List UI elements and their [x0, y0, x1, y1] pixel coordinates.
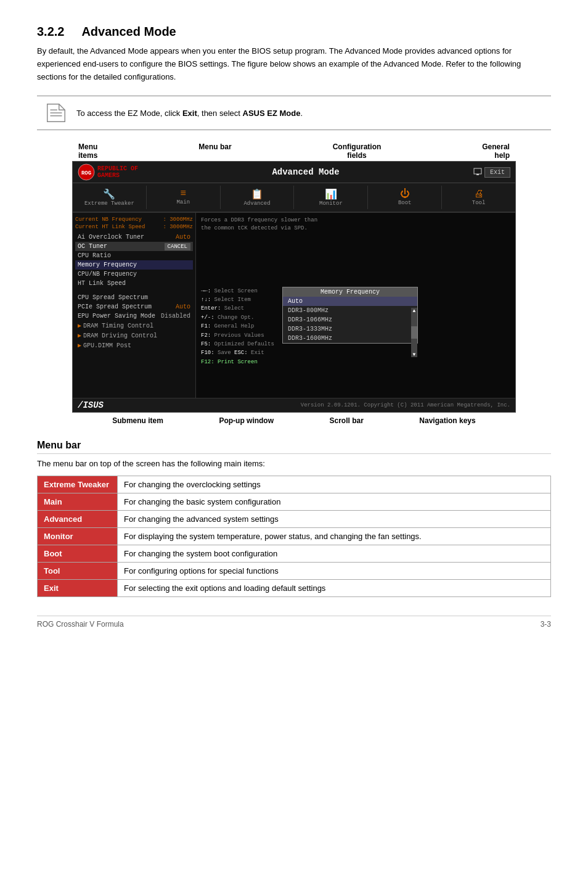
monitor-icon — [473, 168, 482, 176]
section-number: 3.2.2 — [37, 25, 64, 38]
popup-option-1066[interactable]: DDR3-1066MHz — [283, 315, 417, 324]
note-text: To access the EZ Mode, click Exit, then … — [76, 109, 303, 118]
nav-advanced[interactable]: 📋 Advanced — [221, 186, 295, 209]
table-cell-name: Extreme Tweaker — [38, 476, 118, 493]
menu-memory-freq[interactable]: Memory Frequency — [75, 260, 193, 270]
scroll-up-icon: ▲ — [411, 308, 417, 313]
menu-dram-timing[interactable]: ▶DRAM Timing Control — [75, 321, 193, 331]
popup-option-1600[interactable]: DDR3-1600MHz — [283, 334, 417, 343]
menu-bar-desc: The menu bar on top of the screen has th… — [37, 459, 551, 468]
label-submenu-item: Submenu item — [112, 416, 163, 425]
menu-cpu-spread[interactable]: CPU Spread Spectrum — [75, 293, 193, 302]
bios-version: Version 2.09.1201. Copyright (C) 2011 Am… — [301, 402, 510, 408]
monitor-nav-icon: 📊 — [295, 188, 366, 200]
nav-extreme-tweaker[interactable]: 🔧 Extreme Tweaker — [73, 186, 147, 209]
bios-main-area: Current NB Frequency : 3000MHz Current H… — [73, 213, 515, 398]
bios-bottombar: /ISUS Version 2.09.1201. Copyright (C) 2… — [73, 398, 515, 412]
bios-help-text: Forces a DDR3 frequency slower thanthe c… — [201, 217, 510, 232]
bios-screenshot: ROG REPUBLIC OFGAMERS Advanced Mode Exit… — [72, 161, 516, 413]
svg-text:ROG: ROG — [81, 170, 91, 176]
nav-tool[interactable]: 🖨 Tool — [442, 186, 515, 209]
navkey-f12: F12: Print Screen — [201, 358, 510, 366]
nav-monitor[interactable]: 📊 Monitor — [294, 186, 368, 209]
footer-left: ROG Crosshair V Formula — [37, 620, 124, 629]
bios-exit-area: Exit — [473, 167, 510, 178]
boot-icon: ⏻ — [369, 188, 440, 200]
note-box: To access the EZ Mode, click Exit, then … — [37, 96, 551, 130]
nav-extreme-tweaker-label: Extreme Tweaker — [84, 200, 134, 207]
nav-boot[interactable]: ⏻ Boot — [368, 186, 442, 209]
table-cell-desc: For changing the basic system configurat… — [118, 493, 551, 511]
table-cell-name: Boot — [38, 545, 118, 563]
table-cell-name: Main — [38, 493, 118, 511]
nb-freq-label: Current NB Frequency — [75, 217, 142, 223]
ht-speed-label: Current HT Link Speed — [75, 224, 145, 230]
nav-advanced-label: Advanced — [243, 200, 270, 207]
table-cell-desc: For changing the overclocking settings — [118, 476, 551, 493]
table-cell-name: Exit — [38, 580, 118, 597]
label-navigation-keys: Navigation keys — [419, 416, 475, 425]
menu-pcie-spread[interactable]: PCIe Spread Spectrum Auto — [75, 302, 193, 311]
table-row: Advanced For changing the advanced syste… — [38, 511, 551, 528]
table-cell-name: Monitor — [38, 528, 118, 545]
table-cell-name: Tool — [38, 563, 118, 580]
label-menu-bar: Menu bar — [198, 142, 231, 160]
bios-title: Advanced Mode — [272, 167, 339, 177]
bottom-labels-row: Submenu item Pop-up window Scroll bar Na… — [72, 416, 516, 425]
svg-rect-6 — [476, 174, 479, 175]
menu-ht-link-speed[interactable]: HT Link Speed — [75, 279, 193, 288]
ht-speed-value: : 3000MHz — [163, 224, 193, 230]
bios-logo: ROG REPUBLIC OFGAMERS — [78, 163, 138, 181]
label-menu-items: Menuitems — [78, 142, 97, 160]
table-cell-name: Advanced — [38, 511, 118, 528]
table-row: Exit For selecting the exit options and … — [38, 580, 551, 597]
popup-option-auto[interactable]: Auto — [283, 297, 417, 306]
nav-tool-label: Tool — [472, 200, 486, 206]
bios-popup-window: Memory Frequency Auto DDR3-800MHz DDR3-1… — [282, 287, 418, 344]
cancel-button[interactable]: CANCEL — [165, 243, 190, 250]
extreme-tweaker-icon: 🔧 — [74, 188, 145, 200]
table-row: Monitor For displaying the system temper… — [38, 528, 551, 545]
labels-row: Menuitems Menu bar Configurationfields G… — [72, 142, 516, 160]
rog-logo-icon: ROG — [78, 163, 95, 181]
table-cell-desc: For changing the advanced system setting… — [118, 511, 551, 528]
menu-cpu-nb-freq[interactable]: CPU/NB Frequency — [75, 270, 193, 279]
table-row: Boot For changing the system boot config… — [38, 545, 551, 563]
footer-right: 3-3 — [541, 620, 551, 629]
bios-nav: 🔧 Extreme Tweaker ≡ Main 📋 Advanced 📊 Mo… — [73, 183, 515, 213]
svg-rect-5 — [474, 168, 481, 174]
popup-scrollbar[interactable]: ▲ ▼ — [411, 308, 417, 357]
menu-epu-power[interactable]: EPU Power Saving Mode Disabled — [75, 311, 193, 321]
bios-logo-text: REPUBLIC OFGAMERS — [97, 165, 138, 179]
label-scroll-bar: Scroll bar — [330, 416, 364, 425]
menu-bar-title: Menu bar — [37, 440, 551, 454]
bios-left-panel: Current NB Frequency : 3000MHz Current H… — [73, 213, 196, 398]
table-row: Tool For configuring options for special… — [38, 563, 551, 580]
bios-nb-freq-row: Current NB Frequency : 3000MHz — [75, 217, 193, 223]
label-popup-window: Pop-up window — [219, 416, 274, 425]
nav-main[interactable]: ≡ Main — [147, 186, 221, 209]
menu-gpu-dimm[interactable]: ▶GPU.DIMM Post — [75, 340, 193, 350]
table-row: Extreme Tweaker For changing the overclo… — [38, 476, 551, 493]
label-general-help: Generalhelp — [482, 142, 510, 160]
nav-main-label: Main — [176, 199, 190, 205]
menu-cpu-ratio[interactable]: CPU Ratio — [75, 251, 193, 260]
menu-bar-table: Extreme Tweaker For changing the overclo… — [37, 476, 551, 597]
main-icon: ≡ — [148, 188, 219, 199]
popup-option-800[interactable]: DDR3-800MHz — [283, 306, 417, 315]
menu-oc-tuner[interactable]: OC Tuner CANCEL — [75, 242, 193, 251]
table-row: Main For changing the basic system confi… — [38, 493, 551, 511]
menu-dram-driving[interactable]: ▶DRAM Driving Control — [75, 331, 193, 340]
menu-bar-section: Menu bar The menu bar on top of the scre… — [37, 440, 551, 597]
popup-option-1333[interactable]: DDR3-1333MHz — [283, 324, 417, 334]
note-icon — [44, 101, 68, 125]
table-cell-desc: For configuring options for special func… — [118, 563, 551, 580]
intro-text: By default, the Advanced Mode appears wh… — [37, 45, 551, 83]
tool-icon: 🖨 — [443, 188, 514, 200]
asus-logo: /ISUS — [78, 400, 104, 410]
table-cell-desc: For changing the system boot configurati… — [118, 545, 551, 563]
table-cell-desc: For selecting the exit options and loadi… — [118, 580, 551, 597]
menu-ai-overclock[interactable]: Ai Overclock Tuner Auto — [75, 233, 193, 242]
bios-exit-button[interactable]: Exit — [484, 167, 510, 178]
scroll-down-icon: ▼ — [411, 352, 417, 357]
